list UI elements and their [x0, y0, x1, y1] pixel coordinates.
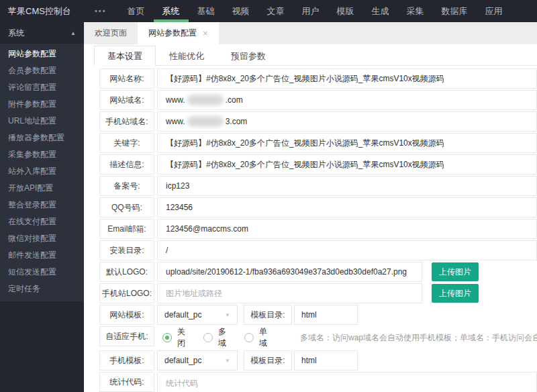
field-label: Email邮箱: [99, 219, 154, 239]
main-area: 欢迎页面网站参数配置× 基本设置性能优化预留参数 网站名称:【好源码】#仿8x8… [84, 22, 537, 392]
field-label: 网站模板: [99, 305, 154, 325]
topnav-item[interactable]: 视频 [224, 0, 258, 22]
sidebar-item[interactable]: 在线支付配置 [0, 213, 84, 230]
close-icon[interactable]: × [203, 29, 208, 38]
sidebar-item[interactable]: 采集参数配置 [0, 146, 84, 163]
responsive-mobile-radio[interactable]: 关闭 [162, 326, 185, 349]
sidebar-item[interactable]: 定时任务 [0, 281, 84, 297]
form-row: 自适应手机:关闭多域单域多域名：访问wap域名会自动使用手机模板；单域名：手机访… [99, 326, 537, 349]
more-menu-icon[interactable]: ••• [95, 0, 107, 22]
sidebar-item[interactable]: 短信发送配置 [0, 264, 84, 281]
sidebar-item[interactable]: 评论留言配置 [0, 79, 84, 96]
responsive-mobile-radio[interactable]: 多域 [203, 326, 226, 349]
site-name-input[interactable]: 【好源码】#仿8x8x_20多个广告位_视频图片小说源码_苹果cmsV10x视频… [157, 68, 537, 89]
topnav-item[interactable]: 首页 [119, 0, 154, 22]
site-domain-input[interactable]: www..com [157, 90, 537, 110]
sidebar-item[interactable]: URL地址配置 [0, 113, 84, 130]
topnav-item[interactable]: 采集 [398, 0, 433, 22]
settings-form: 网站名称:【好源码】#仿8x8x_20多个广告位_视频图片小说源码_苹果cmsV… [84, 66, 537, 392]
topnav-item[interactable]: 基础 [189, 0, 224, 22]
sidebar-item[interactable]: 附件参数配置 [0, 96, 84, 113]
field-label: 模板目录: [244, 350, 292, 371]
topnav-item[interactable]: 文章 [258, 0, 293, 22]
sidebar-item[interactable]: 播放器参数配置 [0, 130, 84, 146]
mobile-logo-input[interactable]: 图片地址或路径 [157, 283, 422, 303]
field-label: QQ号码: [99, 197, 154, 217]
tab-预留参数[interactable]: 预留参数 [217, 46, 279, 66]
field-label: 默认LOGO: [99, 262, 154, 282]
sidebar-group-system[interactable]: 系统 ▲ [0, 22, 84, 44]
field-label: 手机站LOGO: [99, 283, 154, 303]
window-tab-label: 欢迎页面 [95, 22, 127, 44]
redaction-blur [187, 95, 224, 105]
sidebar-group-label: 系统 [8, 28, 24, 39]
stats-code-textarea[interactable]: 统计代码 [157, 372, 537, 392]
top-nav: 首页系统基础视频文章用户模版生成采集数据库应用 [119, 0, 511, 22]
topnav-item[interactable]: 生成 [363, 0, 398, 22]
radio-label: 单域 [259, 326, 267, 349]
mobile-template-dir-input[interactable]: html [294, 350, 358, 371]
domain-suffix: .com [226, 95, 243, 105]
topnav-item[interactable]: 用户 [293, 0, 328, 22]
default-logo-upload-button[interactable]: 上传图片 [432, 262, 479, 281]
email-input[interactable]: 123456@maccms.com [157, 219, 537, 239]
responsive-mobile-radio[interactable]: 单域 [244, 326, 267, 349]
sidebar-item[interactable]: 站外入库配置 [0, 163, 84, 180]
radio-label: 多域 [218, 326, 226, 349]
domain-prefix: www. [166, 95, 185, 105]
mobile-logo-upload-button[interactable]: 上传图片 [432, 284, 479, 303]
sidebar-item[interactable]: 邮件发送配置 [0, 247, 84, 264]
domain-prefix: www. [166, 117, 185, 126]
radio-help-text: 多域名：访问wap域名会自动使用手机模板；单域名：手机访问会自动使用手机模板； [300, 326, 537, 349]
field-label: 网站域名: [99, 90, 154, 110]
mobile-template-select[interactable]: default_pc▼ [157, 350, 238, 371]
qq-number-input[interactable]: 123456 [157, 197, 537, 217]
chevron-down-icon: ▼ [225, 358, 230, 364]
chevron-down-icon: ▼ [225, 312, 230, 318]
window-tab-label: 网站参数配置 [148, 22, 197, 44]
sidebar-item[interactable]: 网站参数配置 [0, 46, 84, 62]
topnav-item[interactable]: 系统 [154, 0, 189, 22]
form-row: 手机站LOGO:图片地址或路径上传图片 [99, 283, 537, 303]
form-row: 关键字:【好源码】#仿8x8x_20多个广告位_视频图片小说源码_苹果cmsV1… [99, 133, 537, 153]
keywords-input[interactable]: 【好源码】#仿8x8x_20多个广告位_视频图片小说源码_苹果cmsV10x视频… [157, 133, 537, 153]
topnav-item[interactable]: 数据库 [433, 0, 477, 22]
field-label: 关键字: [99, 133, 154, 153]
icp-number-input[interactable]: icp123 [157, 176, 537, 196]
radio-label: 关闭 [177, 326, 185, 349]
sidebar-menu: 网站参数配置会员参数配置评论留言配置附件参数配置URL地址配置播放器参数配置采集… [0, 44, 84, 301]
install-dir-input[interactable]: / [157, 240, 537, 260]
site-template-select[interactable]: default_pc▼ [157, 305, 238, 325]
form-row: 手机站域名:www.3.com [99, 111, 537, 132]
window-tab-bar: 欢迎页面网站参数配置× [84, 22, 537, 44]
select-value: default_pc [164, 310, 201, 320]
field-label: 安装目录: [99, 240, 154, 260]
default-logo-input[interactable]: upload/site/20190612-1/fba936a693049e37a… [157, 262, 422, 282]
sidebar-item[interactable]: 开放API配置 [0, 180, 84, 197]
form-row: QQ号码:123456 [99, 197, 537, 217]
sidebar-item[interactable]: 微信对接配置 [0, 230, 84, 247]
select-value: default_pc [164, 356, 201, 365]
form-row: 描述信息:【好源码】#仿8x8x_20多个广告位_视频图片小说源码_苹果cmsV… [99, 154, 537, 175]
sidebar-item[interactable]: 会员参数配置 [0, 62, 84, 79]
radio-circle-icon [244, 333, 254, 342]
content-panel: 基本设置性能优化预留参数 网站名称:【好源码】#仿8x8x_20多个广告位_视频… [84, 44, 537, 392]
radio-circle-icon [203, 333, 213, 342]
field-label: 模板目录: [244, 305, 292, 325]
site-template-dir-input[interactable]: html [294, 305, 358, 325]
field-label: 手机站域名: [99, 111, 154, 132]
field-label: 备案号: [99, 176, 154, 196]
field-label: 自适应手机: [99, 326, 154, 346]
tab-性能优化[interactable]: 性能优化 [156, 46, 217, 66]
window-tab[interactable]: 网站参数配置× [138, 22, 219, 44]
mobile-domain-input[interactable]: www.3.com [157, 111, 537, 132]
topnav-item[interactable]: 模版 [328, 0, 363, 22]
window-tab[interactable]: 欢迎页面 [84, 22, 138, 44]
form-row: Email邮箱:123456@maccms.com [99, 219, 537, 239]
top-bar: 苹果CMS控制台 ••• 首页系统基础视频文章用户模版生成采集数据库应用 [0, 0, 537, 22]
description-input[interactable]: 【好源码】#仿8x8x_20多个广告位_视频图片小说源码_苹果cmsV10x视频… [157, 154, 537, 175]
form-row: 统计代码:统计代码 [99, 372, 537, 392]
topnav-item[interactable]: 应用 [477, 0, 511, 22]
tab-基本设置[interactable]: 基本设置 [94, 46, 156, 66]
sidebar-item[interactable]: 整合登录配置 [0, 197, 84, 213]
